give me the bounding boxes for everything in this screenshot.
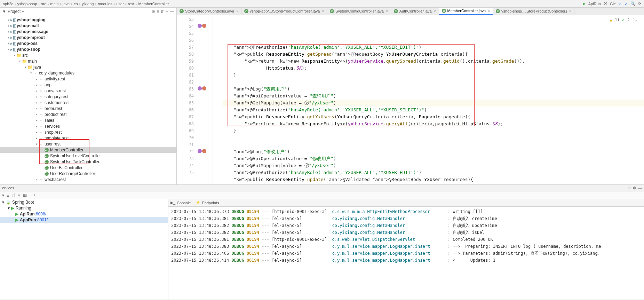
code-editor[interactable]: ▲11 ✔2 ⌃⌄ "ann">@PreAuthorize("hasAnyRol… [213, 15, 644, 184]
tree-node[interactable]: ▸▫order.rest [0, 105, 176, 111]
endpoints-tab-label: Endpoints [202, 201, 219, 205]
tree-node[interactable]: ▾📁src [0, 52, 176, 58]
tree-node[interactable]: ▾📁main [0, 58, 176, 64]
filter-icon[interactable]: ▿ [18, 193, 20, 198]
tree-node[interactable]: CUserBillController [0, 165, 176, 171]
add-service-icon[interactable]: + [33, 193, 36, 198]
project-tool-window: ▼ Project ▾ ⊕ ≡ ⇵ ✻ — ▸▸◧yshop-logging▸▸… [0, 8, 177, 184]
tree-node[interactable]: ▸▫customer.rest [0, 100, 176, 105]
services-expand-icon[interactable]: ⤢ [628, 186, 631, 190]
tree-node[interactable]: ▸▫category.rest [0, 94, 176, 100]
tree-node[interactable]: ▾▫co.yixiang.modules [0, 70, 176, 76]
fold-column[interactable] [208, 15, 213, 184]
warning-count: 11 [615, 17, 619, 24]
editor-tab[interactable]: CAuthController.java× [391, 8, 439, 15]
tree-node[interactable]: ▸▫product.rest [0, 111, 176, 117]
hammer-icon[interactable]: ⚒ [604, 1, 607, 6]
view-dropdown-icon[interactable]: ▾ [22, 9, 24, 14]
editor-tab[interactable]: CStoreCategoryController.java× [177, 8, 241, 15]
ok-count: 2 [627, 17, 630, 24]
editor-area: CStoreCategoryController.java×Cyshop-app… [177, 8, 644, 184]
services-settings-icon[interactable]: ✻ [633, 186, 636, 190]
tree-node[interactable]: ▸▫canvas.rest [0, 88, 176, 94]
run-config[interactable]: ▶ApiRun :8008/ [0, 211, 168, 217]
close-icon[interactable]: × [236, 9, 238, 13]
warning-icon: ▲ [610, 17, 612, 24]
jrebel-icon[interactable]: ⟳ [638, 1, 641, 6]
breadcrumb: opb2c›yshop-shop›src›main›java›co›yixian… [0, 0, 644, 8]
run-play-icon[interactable]: ▶ [583, 1, 586, 6]
editor-body: 5354555657585960616263646566676869707172… [177, 15, 644, 184]
services-toolbar: ▾ ▴ ⇵ ▿ ▦ | + [0, 191, 644, 199]
tree-node[interactable]: ▾📁java [0, 64, 176, 70]
tree-node[interactable]: ▸▫wechat.rest [0, 176, 176, 182]
editor-tabs[interactable]: CStoreCategoryController.java×Cyshop-app… [177, 8, 644, 15]
console-icon: ▶_ [170, 200, 175, 205]
project-tree[interactable]: ▸▸◧yshop-logging▸▸◧yshop-mall▸▸◧yshop-me… [0, 15, 176, 184]
collapse-all-icon[interactable]: ⇵ [160, 9, 164, 14]
expand-up-icon[interactable]: ▴ [7, 193, 9, 198]
git-pull-icon[interactable]: ↙ [625, 1, 628, 6]
close-icon[interactable]: × [386, 9, 388, 13]
editor-tab[interactable]: CSystemConfigController.java× [327, 8, 391, 15]
endpoints-icon: ⚡ [196, 200, 200, 205]
tree-node[interactable]: ▾▫user.rest [0, 141, 176, 147]
tree-node[interactable]: CUserRechargeController [0, 171, 176, 176]
console-tab[interactable]: ▶_Console [170, 200, 191, 205]
apirun-label[interactable]: ApiRun [588, 2, 601, 6]
tree-node[interactable]: ▸▸◧yshop-mall [0, 23, 176, 29]
tree-node[interactable]: ▸▸◧yshop-logging [0, 17, 176, 23]
ok-icon: ✔ [622, 17, 625, 24]
tree-node[interactable]: ▸▫services [0, 123, 176, 129]
expand-down-icon[interactable]: ▾ [2, 193, 4, 198]
expand-all-icon[interactable]: ≡ [157, 9, 159, 14]
gutter[interactable]: 5354555657585960616263646566676869707172… [177, 15, 208, 184]
collapse-icon[interactable]: ⇵ [12, 193, 15, 198]
tree-node[interactable]: CSystemUserLevelController [0, 153, 176, 159]
editor-tab[interactable]: Cyshop-app/.../StoreProductController.ja… [241, 8, 327, 15]
inspection-indicator[interactable]: ▲11 ✔2 ⌃⌄ [610, 17, 637, 24]
close-icon[interactable]: × [488, 9, 490, 13]
close-icon[interactable]: × [322, 9, 324, 13]
tree-node[interactable]: CSystemUserTaskController [0, 159, 176, 165]
tree-node[interactable]: ▸▫aop [0, 82, 176, 88]
console-output[interactable]: 2023-07-15 13:48:36.373 DEBUG 88194 --- … [168, 207, 644, 299]
console-area: ▶_Console ⚡Endpoints 2023-07-15 13:48:36… [168, 199, 644, 299]
console-tabs: ▶_Console ⚡Endpoints [168, 199, 644, 207]
hide-icon[interactable]: — [170, 9, 174, 14]
search-icon[interactable]: 🔍 [630, 1, 635, 6]
run-running[interactable]: ▾▶Running [0, 205, 168, 211]
run-panel[interactable]: ▾🍃Spring Boot ▾▶Running ▶ApiRun :8008/▶A… [0, 199, 168, 299]
editor-tab[interactable]: Cyshop-shop/.../StoreProductController.j… [493, 8, 574, 15]
tree-node[interactable]: ▸▸◧yshop-message [0, 29, 176, 34]
tree-node[interactable]: ▸▫sales [0, 117, 176, 123]
git-label: Git: [610, 2, 616, 6]
tree-node[interactable]: ▸▫shop.rest [0, 129, 176, 135]
project-view-icon[interactable]: ▼ [2, 9, 6, 14]
git-branch-icon[interactable]: ✓ [619, 1, 622, 6]
tree-node[interactable]: ▸▸◧yshop-mproot [0, 34, 176, 40]
services-hide-icon[interactable]: — [638, 186, 642, 190]
close-icon[interactable]: × [434, 9, 436, 13]
editor-tab[interactable]: CMemberController.java× [439, 8, 493, 15]
services-label: ervices [2, 186, 14, 190]
project-title[interactable]: Project [8, 9, 21, 14]
tree-node[interactable]: CMemberController [0, 147, 176, 153]
tree-node[interactable]: ▸▫activity.rest [0, 76, 176, 82]
tree-node[interactable]: ▸▸◧yshop-oss [0, 40, 176, 46]
breadcrumb-path[interactable]: opb2c›yshop-shop›src›main›java›co›yixian… [3, 2, 169, 6]
run-config[interactable]: ▶AppRun :8001/ [0, 217, 168, 223]
chevron-up-down-icon[interactable]: ⌃⌄ [633, 17, 637, 24]
select-opened-icon[interactable]: ⊕ [152, 9, 155, 14]
close-icon[interactable]: × [569, 9, 571, 13]
run-root[interactable]: ▾🍃Spring Boot [0, 199, 168, 205]
services-header[interactable]: ervices ⤢ ✻ — [0, 184, 644, 191]
layout-icon[interactable]: ▦ [23, 193, 27, 198]
project-header: ▼ Project ▾ ⊕ ≡ ⇵ ✻ — [0, 8, 176, 15]
console-tab-label: Console [177, 201, 191, 205]
endpoints-tab[interactable]: ⚡Endpoints [196, 200, 219, 205]
tree-node[interactable]: ▸▫template.rest [0, 135, 176, 141]
settings-icon[interactable]: ✻ [165, 9, 169, 14]
tree-node[interactable]: ▾▸◧yshop-shop [0, 46, 176, 52]
